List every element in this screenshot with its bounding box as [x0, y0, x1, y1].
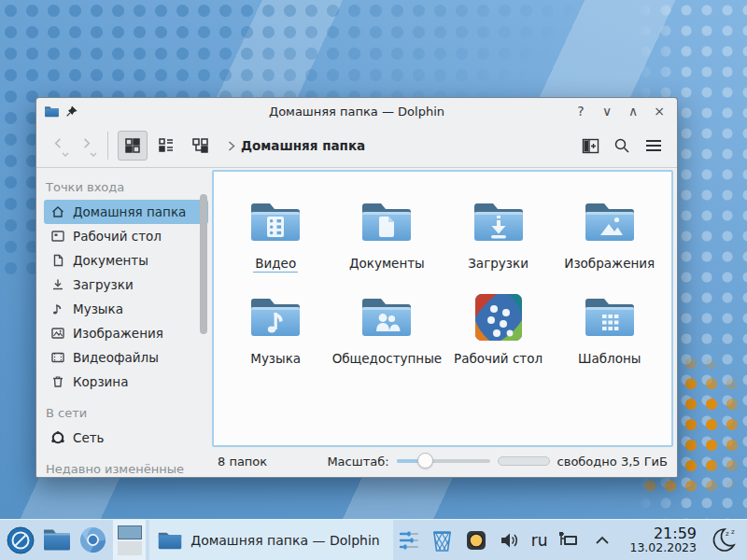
clock-time: 21:59: [629, 525, 697, 542]
desktop-folder-icon: [469, 287, 529, 347]
app-launcher-icon: [6, 525, 35, 555]
sidebar-item-desktop[interactable]: Рабочий стол: [44, 224, 208, 248]
desktop: Домашняя папка — Dolphin ? ∨ ∧ ×: [0, 0, 747, 560]
volume-icon[interactable]: [498, 528, 522, 553]
folder-video[interactable]: Видео: [220, 192, 331, 273]
virtual-desktop-pager[interactable]: [113, 520, 146, 560]
sidebar-item-trash[interactable]: Корзина: [44, 370, 208, 394]
titlebar[interactable]: Домашняя папка — Dolphin ? ∨ ∧ ×: [36, 98, 677, 124]
free-space-label: свободно 3,5 ГиБ: [557, 455, 668, 469]
home-icon: [49, 204, 65, 220]
music-icon: [49, 301, 65, 317]
tray-expand-icon[interactable]: [590, 528, 614, 553]
film-icon: [49, 350, 65, 366]
zoom-slider-thumb[interactable]: [417, 453, 433, 469]
keyboard-layout-indicator[interactable]: ru: [531, 531, 548, 550]
file-manager-launcher[interactable]: [40, 522, 73, 559]
pin-icon[interactable]: [65, 105, 78, 118]
public-folder-icon: [357, 287, 416, 347]
free-space-bar: [498, 456, 550, 466]
status-bar: 8 папок Масштаб: свободно 3,5 ГиБ: [212, 447, 673, 477]
network-icon: [49, 430, 65, 446]
split-view-button[interactable]: [576, 132, 604, 160]
templates-folder-icon: [580, 287, 640, 347]
search-icon[interactable]: [608, 132, 636, 160]
music-folder-icon: [246, 287, 305, 347]
documents-folder-icon: [357, 192, 416, 252]
sidebar-item-home[interactable]: Домашняя папка: [44, 200, 208, 224]
close-button[interactable]: ×: [649, 102, 669, 120]
window-folder-icon: [44, 105, 60, 119]
sidebar-item-pictures[interactable]: Изображения: [44, 321, 208, 345]
menu-icon[interactable]: [640, 132, 668, 160]
folder-documents[interactable]: Документы: [331, 192, 442, 273]
task-label: Домашняя папка — Dolphin: [190, 533, 379, 548]
svg-text:z: z: [731, 528, 735, 536]
task-button-dolphin[interactable]: Домашняя папка — Dolphin: [149, 520, 392, 560]
night-mode-icon[interactable]: z z: [708, 525, 740, 556]
details-view-button[interactable]: [151, 131, 181, 161]
sidebar-item-documents[interactable]: Документы: [44, 248, 208, 273]
folder-public[interactable]: Общедоступные: [331, 287, 442, 367]
zoom-slider[interactable]: [397, 453, 490, 469]
browser-launcher[interactable]: [77, 522, 109, 559]
video-folder-icon: [246, 192, 305, 252]
zoom-label: Масштаб:: [327, 455, 388, 469]
status-dot-icon[interactable]: [464, 528, 488, 553]
network-icon[interactable]: [557, 528, 581, 553]
back-button[interactable]: [46, 132, 70, 160]
folder-icon: [157, 529, 183, 551]
trash-icon: [49, 374, 65, 390]
chromium-icon: [78, 525, 107, 554]
back-history-caret[interactable]: [62, 152, 69, 157]
digital-clock[interactable]: 21:59 13.02.2023: [629, 525, 697, 554]
forward-history-caret[interactable]: [90, 152, 97, 157]
app-launcher-button[interactable]: [4, 522, 36, 559]
taskbar: Домашняя папка — Dolphin: [0, 519, 747, 560]
svg-text:z: z: [726, 530, 729, 538]
minimize-button[interactable]: ∨: [597, 102, 617, 120]
folder-view[interactable]: Видео Документы Загрузки Изображени: [212, 170, 673, 447]
clock-date: 13.02.2023: [629, 541, 697, 554]
folder-downloads[interactable]: Загрузки: [444, 192, 554, 273]
sidebar-item-videos[interactable]: Видеофайлы: [44, 345, 208, 370]
remote-section-header: В сети: [44, 401, 208, 426]
trash-icon[interactable]: [430, 528, 455, 553]
icons-view-button[interactable]: [118, 131, 148, 161]
toolbar: Домашняя папка: [36, 124, 677, 168]
help-button[interactable]: ?: [571, 102, 591, 120]
forward-button[interactable]: [74, 132, 98, 160]
maximize-button[interactable]: ∧: [623, 102, 643, 120]
breadcrumb-location[interactable]: Домашняя папка: [241, 138, 365, 153]
folder-icon: [42, 527, 72, 553]
audio-mixer-icon[interactable]: [397, 528, 421, 553]
items-count: 8 папок: [218, 455, 267, 469]
folder-pictures[interactable]: Изображения: [555, 192, 665, 273]
image-icon: [49, 326, 65, 342]
toolbar-separator: [107, 132, 108, 160]
sidebar-scrollbar[interactable]: [200, 194, 207, 334]
folder-desktop[interactable]: Рабочий стол: [444, 287, 554, 367]
places-section-header: Точки входа: [44, 175, 208, 200]
sidebar-item-network[interactable]: Сеть: [44, 426, 208, 450]
folder-templates[interactable]: Шаблоны: [555, 287, 665, 367]
document-icon: [49, 253, 65, 269]
recent-section-header: Недавно изменённые: [44, 457, 208, 477]
desktop-icon: [49, 229, 65, 245]
folder-music[interactable]: Музыка: [220, 287, 331, 367]
breadcrumb-chevron-icon: [228, 141, 235, 151]
tree-view-button[interactable]: [185, 131, 215, 161]
breadcrumb[interactable]: Домашняя папка: [228, 138, 365, 153]
sidebar-item-downloads[interactable]: Загрузки: [44, 273, 208, 297]
downloads-folder-icon: [469, 192, 529, 252]
pager-desktop-1[interactable]: [118, 525, 142, 539]
pager-desktop-2[interactable]: [118, 541, 142, 555]
download-icon: [49, 277, 65, 293]
dolphin-window: Домашняя папка — Dolphin ? ∨ ∧ ×: [35, 97, 678, 478]
sidebar-item-music[interactable]: Музыка: [44, 297, 208, 321]
pictures-folder-icon: [580, 192, 640, 252]
places-panel: Точки входа Домашняя папка Рабочий стол …: [36, 168, 210, 477]
